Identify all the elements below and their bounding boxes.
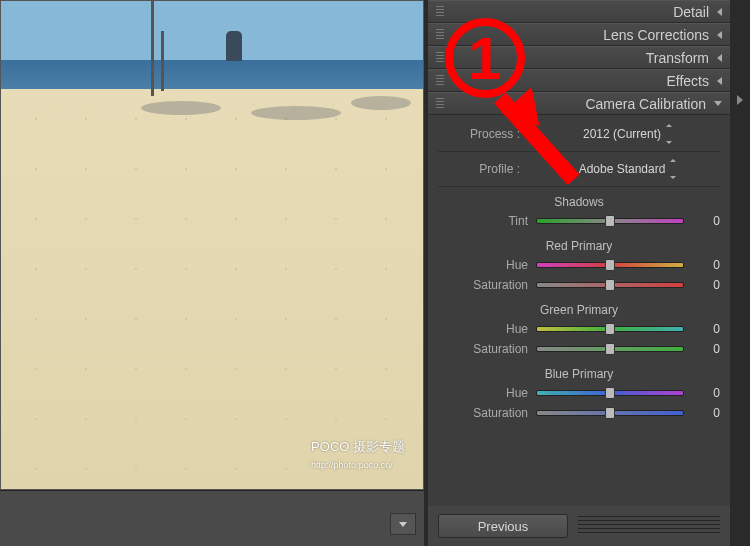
slider-thumb[interactable] [605,343,615,355]
panel-header-detail[interactable]: Detail [428,0,730,23]
image-person [226,31,242,61]
slider-label: Saturation [438,342,528,356]
chevron-left-icon [717,77,722,85]
panel-header-effects[interactable]: Effects [428,69,730,92]
slider-label: Tint [438,214,528,228]
process-label: Process : [438,127,528,141]
profile-dropdown[interactable]: Adobe Standard [528,162,720,176]
profile-label: Profile : [438,162,528,176]
panel-header-lens[interactable]: Lens Corrections [428,23,730,46]
previous-button[interactable]: Previous [438,514,568,538]
slider-thumb[interactable] [605,215,615,227]
camera-calibration-body: Process : 2012 (Current) Profile : Adobe… [428,115,730,429]
slider-thumb[interactable] [605,279,615,291]
slider-track[interactable] [536,390,684,396]
panel-title: Effects [666,73,709,89]
slider-green-saturation: Saturation 0 [438,339,720,359]
slider-label: Saturation [438,406,528,420]
slider-label: Hue [438,386,528,400]
footer-bar: Previous [428,506,730,546]
image-watermark: POCO 摄影专题 http://photo.poco.cn/ [311,438,405,471]
reset-button-area[interactable] [578,516,720,536]
slider-label: Hue [438,258,528,272]
slider-thumb[interactable] [605,323,615,335]
image-sand [1,89,423,489]
profile-value: Adobe Standard [579,162,666,176]
slider-value[interactable]: 0 [692,258,720,272]
slider-track[interactable] [536,262,684,268]
slider-track[interactable] [536,410,684,416]
panel-title: Transform [646,50,709,66]
slider-track[interactable] [536,346,684,352]
image-pole [151,1,154,96]
right-edge-strip[interactable] [730,0,750,546]
watermark-sub: http://photo.poco.cn/ [311,460,393,470]
image-preview[interactable]: POCO 摄影专题 http://photo.poco.cn/ [0,0,424,490]
slider-red-hue: Hue 0 [438,255,720,275]
slider-blue-saturation: Saturation 0 [438,403,720,423]
image-pole [161,31,164,91]
slider-value[interactable]: 0 [692,386,720,400]
grip-icon [436,6,444,18]
slider-green-hue: Hue 0 [438,319,720,339]
slider-value[interactable]: 0 [692,406,720,420]
slider-shadows-tint: Tint 0 [438,211,720,231]
slider-value[interactable]: 0 [692,278,720,292]
slider-thumb[interactable] [605,387,615,399]
slider-track[interactable] [536,326,684,332]
process-row: Process : 2012 (Current) [438,123,720,145]
chevron-right-icon [737,95,743,105]
film-strip-bar [0,490,424,546]
divider [438,186,720,187]
slider-label: Hue [438,322,528,336]
image-shadow [351,96,411,110]
process-dropdown[interactable]: 2012 (Current) [528,127,720,141]
panel-header-transform[interactable]: Transform [428,46,730,69]
image-shadow [141,101,221,115]
slider-thumb[interactable] [605,259,615,271]
divider [438,151,720,152]
section-red-primary: Red Primary [438,239,720,253]
grip-icon [436,52,444,64]
process-value: 2012 (Current) [583,127,661,141]
panel-title: Detail [673,4,709,20]
chevron-left-icon [717,8,722,16]
panel-title: Lens Corrections [603,27,709,43]
slider-track[interactable] [536,218,684,224]
section-shadows: Shadows [438,195,720,209]
slider-value[interactable]: 0 [692,214,720,228]
chevron-down-icon [399,522,407,527]
grip-icon [436,98,444,110]
watermark-main: POCO 摄影专题 [311,439,405,454]
slider-value[interactable]: 0 [692,322,720,336]
chevron-left-icon [717,54,722,62]
panel-header-camera-calibration[interactable]: Camera Calibration [428,92,730,115]
slider-thumb[interactable] [605,407,615,419]
section-blue-primary: Blue Primary [438,367,720,381]
slider-blue-hue: Hue 0 [438,383,720,403]
slider-red-saturation: Saturation 0 [438,275,720,295]
slider-value[interactable]: 0 [692,342,720,356]
profile-row: Profile : Adobe Standard [438,158,720,180]
develop-panel: Detail Lens Corrections Transform Effect… [428,0,730,506]
section-green-primary: Green Primary [438,303,720,317]
view-mode-dropdown[interactable] [390,513,416,535]
chevron-left-icon [717,31,722,39]
previous-label: Previous [478,519,529,534]
chevron-down-icon [714,101,722,106]
grip-icon [436,75,444,87]
slider-track[interactable] [536,282,684,288]
grip-icon [436,29,444,41]
image-shadow [251,106,341,120]
slider-label: Saturation [438,278,528,292]
panel-title: Camera Calibration [585,96,706,112]
